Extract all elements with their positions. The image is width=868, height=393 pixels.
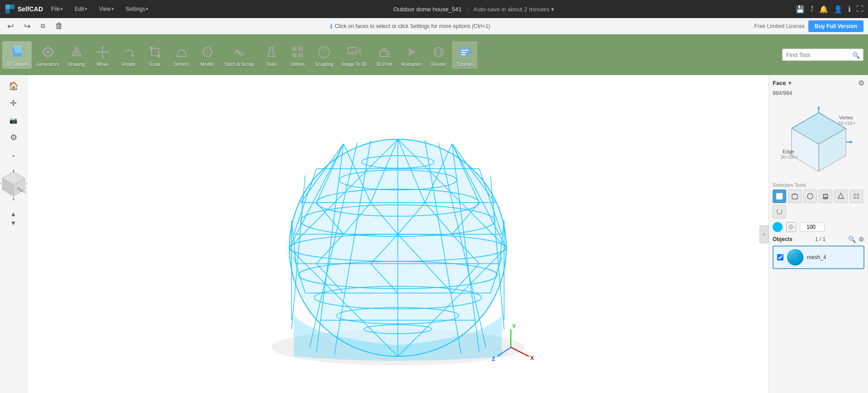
object-visibility-checkbox[interactable]: [777, 254, 783, 260]
face-selector-label: Face: [773, 80, 786, 86]
buy-full-version-button[interactable]: Buy Full Version: [808, 20, 863, 32]
info-icon[interactable]: ℹ: [848, 5, 851, 14]
svg-text:X: X: [530, 355, 534, 361]
expand-down-icon[interactable]: ⌄: [6, 147, 21, 162]
objects-title: Objects: [773, 236, 793, 242]
toolbar-drawing[interactable]: Drawing: [64, 41, 89, 69]
3d-print-label: 3D Print: [376, 62, 392, 67]
svg-marker-9: [74, 48, 79, 55]
home-icon[interactable]: 🏠: [6, 79, 21, 93]
second-bar: ↩ ↪ ⧉ 🗑 ℹ Click on faces to select or cl…: [0, 18, 868, 34]
mesh-display-icon[interactable]: [786, 222, 796, 232]
sel-tool-extra-btn[interactable]: [849, 189, 863, 203]
left-panel: 🏠 ✛ 📷 ⚙ ⌄ RIGHT: [0, 75, 27, 393]
dome-container: Y Z X: [27, 75, 769, 393]
delete-button[interactable]: 🗑: [52, 19, 66, 33]
sel-tool-face-btn[interactable]: [773, 189, 786, 203]
animation-label: Animation: [401, 62, 421, 67]
toolbar-move[interactable]: Move: [90, 41, 115, 69]
utilities-label: Utilities: [290, 62, 305, 67]
edit-menu[interactable]: Edit▾: [71, 4, 91, 14]
viewport[interactable]: Y Z X ›: [27, 75, 769, 393]
face-dropdown-arrow[interactable]: ▾: [788, 80, 791, 86]
toolbar-modify[interactable]: Modify: [195, 41, 220, 69]
cube-3d-visualization: Edge 2K+/2K+ Vertex 1K+/1K+: [773, 104, 864, 176]
scale-icon: [146, 43, 164, 61]
sel-tool-cube-btn[interactable]: [788, 189, 802, 203]
collapse-panel-button[interactable]: ›: [760, 225, 769, 243]
sel-tool-cylinder-btn[interactable]: [819, 189, 832, 203]
face-selector[interactable]: Face ▾: [773, 80, 791, 86]
sel-tool-lasso-btn[interactable]: [773, 205, 786, 218]
svg-rect-145: [854, 197, 856, 199]
color-picker-circle[interactable]: [773, 222, 783, 232]
share-icon[interactable]: ⤴: [810, 5, 814, 13]
redo-button[interactable]: ↪: [21, 19, 33, 33]
project-title: Outdoor dome house_541 | Auto-save in ab…: [156, 6, 791, 13]
toolbar-tutorials[interactable]: Tutorials: [452, 41, 477, 69]
view-menu[interactable]: View▾: [95, 4, 118, 14]
3d-shapes-icon: [8, 43, 26, 61]
notification-icon[interactable]: 🔔: [819, 5, 828, 14]
user-icon[interactable]: 👤: [834, 5, 843, 14]
license-text: Free Limited License: [755, 23, 805, 29]
color-row: 100: [773, 222, 864, 232]
undo-button[interactable]: ↩: [5, 19, 17, 33]
find-tool-input[interactable]: [782, 49, 863, 61]
toolbar-3d-shapes[interactable]: 3D Shapes: [2, 41, 32, 69]
toolbar-generators[interactable]: Generators: [33, 41, 62, 69]
fullscreen-icon[interactable]: ⛶: [856, 5, 863, 13]
info-message: Click on faces to select or click Settin…: [335, 23, 490, 29]
toolbar-utilities[interactable]: Utilities: [285, 41, 310, 69]
svg-text:2K+/2K+: 2K+/2K+: [780, 155, 798, 160]
panel-settings-icon[interactable]: ⚙: [858, 79, 864, 87]
toolbar-animation[interactable]: Animation: [398, 41, 425, 69]
toolbar-scale[interactable]: Scale: [142, 41, 168, 69]
axis-down-btn[interactable]: ▼: [10, 219, 17, 227]
toolbar-image-to-3d[interactable]: Image To 3D: [338, 41, 371, 69]
svg-text:Vertex: Vertex: [839, 115, 854, 120]
move-gizmo-icon[interactable]: ✛: [6, 96, 21, 110]
svg-rect-31: [382, 47, 387, 51]
toolbar-rotate[interactable]: Rotate: [116, 41, 142, 69]
render-label: Render: [431, 62, 446, 67]
objects-settings-btn[interactable]: ⚙: [859, 236, 864, 243]
svg-marker-33: [409, 47, 416, 57]
opacity-input[interactable]: 100: [800, 223, 825, 232]
toolbar-deform[interactable]: Deform: [169, 41, 194, 69]
toolbar-render[interactable]: Render: [426, 41, 451, 69]
svg-rect-136: [792, 194, 797, 199]
svg-rect-17: [151, 48, 159, 56]
toolbar-sculpting[interactable]: Sculpting: [311, 41, 337, 69]
stitch-label: Stitch & Scoop: [225, 62, 255, 67]
file-menu[interactable]: File▾: [47, 4, 66, 14]
toolbar-3d-print[interactable]: 3D Print: [372, 41, 397, 69]
copy-button[interactable]: ⧉: [38, 20, 48, 32]
svg-rect-143: [854, 194, 856, 196]
svg-marker-137: [792, 193, 797, 194]
svg-marker-128: [817, 106, 820, 109]
info-bar: ℹ Click on faces to select or click Sett…: [71, 23, 750, 30]
search-objects-btn[interactable]: 🔍: [848, 236, 856, 243]
settings-menu[interactable]: Settings▾: [122, 4, 152, 14]
3d-print-icon: [375, 43, 393, 61]
toolbar-tools[interactable]: Tools: [259, 41, 284, 69]
3d-shapes-label: 3D Shapes: [6, 62, 28, 67]
toolbar-stitch[interactable]: Stitch & Scoop: [221, 41, 258, 69]
axis-up-btn[interactable]: ▲: [10, 210, 17, 218]
object-list-item[interactable]: mesh_4: [773, 246, 864, 269]
save-icon[interactable]: 💾: [796, 5, 805, 14]
object-thumbnail: [787, 249, 803, 265]
sel-tool-cone-btn[interactable]: [834, 189, 848, 203]
selection-cube-svg: Edge 2K+/2K+ Vertex 1K+/1K+: [774, 104, 864, 176]
svg-text:1K+/1K+: 1K+/1K+: [838, 121, 856, 126]
sel-tool-sphere-btn[interactable]: [803, 189, 817, 203]
settings-left-icon[interactable]: ⚙: [6, 130, 21, 145]
svg-rect-146: [857, 197, 859, 199]
autosave-dropdown[interactable]: ▾: [551, 6, 554, 13]
svg-rect-2: [5, 9, 10, 14]
svg-text:Y: Y: [512, 323, 516, 330]
svg-rect-27: [298, 53, 303, 57]
svg-rect-1: [10, 5, 14, 9]
camera-icon[interactable]: 📷: [6, 113, 21, 128]
